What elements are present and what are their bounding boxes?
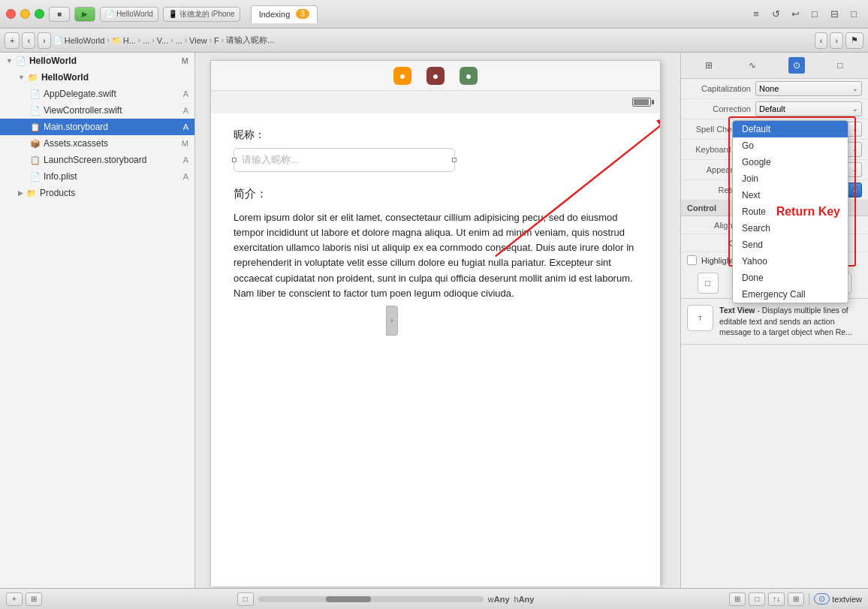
sidebar-item-appdelegate[interactable]: 📄 AppDelegate.swift A [0, 86, 194, 102]
breadcrumb-h[interactable]: 📁 H... [112, 36, 136, 45]
breadcrumb-view[interactable]: View [189, 36, 207, 45]
horizontal-scrollbar[interactable] [258, 596, 484, 602]
back-icon[interactable]: ↩ [787, 6, 803, 23]
chevron-down-icon: ⌄ [852, 85, 858, 92]
launch-file-icon: 📋 [30, 155, 41, 165]
capitalization-label: Capitalization [687, 84, 751, 93]
toolbar-icon-green[interactable]: ● [460, 67, 478, 85]
sidebar-file-label-3: Main.storyboard [44, 122, 108, 132]
keyboard-chevron-icon: ⌄ [852, 146, 858, 153]
sidebar-item-products[interactable]: ▶ 📁 Products [0, 185, 194, 201]
prev-issue-button[interactable]: ‹ [815, 32, 828, 49]
device-selector[interactable]: 📱 张德龙的 iPhone [163, 7, 240, 22]
size-class-h-label: hAny [514, 595, 535, 604]
debug-layout-btn[interactable]: ⊞ [788, 592, 804, 606]
capitalization-select[interactable]: None ⌄ [755, 81, 862, 96]
titlebar-tabs: Indexing 3 [251, 5, 743, 23]
inspector-connection-icon[interactable]: ∿ [744, 57, 761, 74]
hamburger-icon[interactable]: ≡ [748, 6, 764, 23]
swift-file-icon-2: 📄 [30, 106, 41, 116]
sidebar-file-label: AppDelegate.swift [44, 89, 116, 99]
bottom-center-controls: □ wAny hAny [45, 592, 726, 606]
expand-arrow-group-icon: ▼ [18, 74, 25, 81]
text-view-info: T Text View - Displays multiple lines of… [681, 299, 868, 345]
correction-select[interactable]: Default ⌄ [755, 101, 862, 116]
breadcrumb-v[interactable]: V... [157, 36, 169, 45]
forward-nav-button[interactable]: › [38, 32, 51, 49]
dropdown-item-search[interactable]: Search [733, 220, 848, 237]
titlebar-right: ≡ ↺ ↩ □ ⊟ □ [748, 6, 862, 23]
dropdown-item-done[interactable]: Done [733, 270, 848, 286]
inspector-toggle-icon[interactable]: □ [845, 6, 862, 23]
add-bottom-button[interactable]: + [6, 592, 23, 606]
close-button[interactable] [6, 9, 16, 19]
correction-row: Correction Default ⌄ [681, 99, 868, 119]
scheme-selector[interactable]: 📄 HelloWorld [100, 7, 158, 22]
sidebar-file-label-5: LaunchScreen.storyboard [44, 155, 146, 165]
breadcrumb-dots2[interactable]: ... [176, 36, 182, 45]
sidebar-item-launchscreen[interactable]: 📋 LaunchScreen.storyboard A [0, 152, 194, 168]
breadcrumb-f[interactable]: F [214, 36, 219, 45]
sidebar-root-helloworld[interactable]: ▼ 📄 HelloWorld M [0, 53, 194, 69]
return-key-annotation: Return Key [776, 205, 840, 219]
bottom-left-controls: + ⊞ [6, 592, 42, 606]
panel-toggle-icon[interactable]: □ [806, 6, 823, 23]
scroll-thumb [326, 596, 371, 602]
flag-button[interactable]: ⚑ [845, 32, 863, 49]
dropdown-item-go[interactable]: Go [733, 137, 848, 154]
sidebar-item-main-storyboard[interactable]: 📋 Main.storyboard A [0, 119, 194, 135]
nav-collapse-arrow[interactable]: › [386, 306, 398, 336]
toolbar-icon-orange[interactable]: ● [393, 67, 411, 85]
insp-page-icon[interactable]: □ [698, 273, 719, 294]
arrange-btn[interactable]: ↑↓ [768, 592, 785, 606]
breadcrumb: 📄 HelloWorld › 📁 H... › ... › V... › ...… [53, 35, 812, 46]
refresh-icon[interactable]: ↺ [767, 6, 784, 23]
dropdown-item-google[interactable]: Google [733, 154, 848, 170]
return-key-chevron-icon: ⌄ [852, 186, 858, 194]
inspector-icon-bar: ⊞ ∿ ⊙ □ [681, 53, 868, 79]
capitalization-value: None [759, 84, 779, 93]
breadcrumb-helloworld[interactable]: 📄 HelloWorld [53, 36, 105, 45]
constraint-btn[interactable]: □ [749, 592, 765, 606]
capitalization-row: Capitalization None ⌄ [681, 79, 868, 99]
dropdown-item-send[interactable]: Send [733, 237, 848, 253]
inspector-attributes-icon[interactable]: ⊙ [788, 57, 805, 74]
plist-file-icon: 📄 [30, 172, 41, 182]
dropdown-item-yahoo[interactable]: Yahoo [733, 253, 848, 270]
dropdown-item-default[interactable]: Default [733, 121, 848, 137]
correction-label: Correction [687, 104, 751, 113]
textview-badge: ⊙ [814, 593, 830, 604]
play-button[interactable]: ▶ [74, 7, 95, 22]
back-nav-button[interactable]: ‹ [22, 32, 35, 49]
sidebar-group-helloworld[interactable]: ▼ 📁 HelloWorld [0, 69, 194, 86]
dropdown-item-next[interactable]: Next [733, 187, 848, 204]
sidebar-item-infoplist[interactable]: 📄 Info.plist A [0, 168, 194, 185]
split-view-icon[interactable]: ⊟ [826, 6, 842, 23]
toolbar-icon-redbrown[interactable]: ● [426, 67, 445, 85]
breadcrumb-placeholder[interactable]: 请输入昵称... [226, 35, 274, 46]
sidebar: ▼ 📄 HelloWorld M ▼ 📁 HelloWorld 📄 AppDel… [0, 53, 195, 588]
minimize-button[interactable] [20, 9, 30, 19]
expand-arrow-icon: ▼ [6, 57, 13, 65]
sidebar-badge-a4: A [183, 155, 188, 164]
bottom-left-icon[interactable]: ⊞ [26, 592, 42, 606]
indexing-tab[interactable]: Indexing 3 [251, 5, 318, 23]
fullscreen-button[interactable] [35, 9, 44, 19]
dropdown-item-join[interactable]: Join [733, 170, 848, 187]
inspector-file-icon[interactable]: ⊞ [701, 57, 717, 74]
nickname-text-field[interactable]: 请输入昵称... [234, 148, 455, 172]
sidebar-item-assets[interactable]: 📦 Assets.xcassets M [0, 135, 194, 152]
layout-panel-button[interactable]: □ [237, 592, 254, 606]
stop-button[interactable]: ■ [49, 7, 70, 22]
sidebar-item-viewcontroller[interactable]: 📄 ViewController.swift A [0, 102, 194, 119]
inspector-size-icon[interactable]: □ [832, 57, 848, 74]
breadcrumb-dots1[interactable]: ... [143, 36, 149, 45]
lorem-text-content: Lorem ipsum dolor sit er elit lamet, con… [234, 210, 637, 301]
highlighted-checkbox[interactable] [687, 255, 697, 265]
add-file-button[interactable]: + [5, 32, 20, 49]
dropdown-item-emergency[interactable]: Emergency Call [733, 286, 848, 303]
grid-bottom-btn[interactable]: ⊞ [729, 592, 746, 606]
nickname-placeholder: 请输入昵称... [242, 153, 299, 167]
traffic-lights [6, 9, 44, 19]
next-issue-button[interactable]: › [830, 32, 843, 49]
